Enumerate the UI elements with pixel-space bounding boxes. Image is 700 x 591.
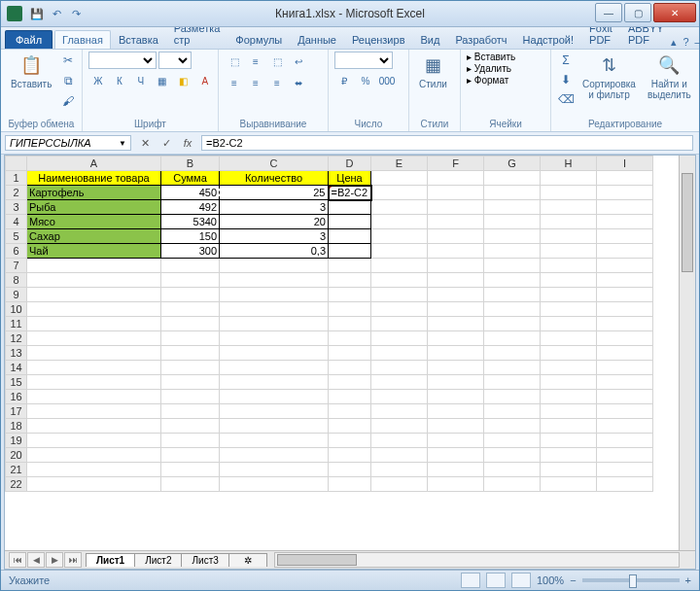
- maximize-button[interactable]: ▢: [624, 3, 651, 22]
- border-icon[interactable]: ▦: [153, 71, 172, 90]
- cell-B4[interactable]: 5340: [161, 215, 220, 229]
- cell[interactable]: [27, 404, 161, 419]
- cell[interactable]: [597, 302, 653, 317]
- cell[interactable]: [541, 273, 597, 288]
- col-C[interactable]: C: [220, 156, 329, 171]
- new-sheet-button[interactable]: ✲: [228, 553, 267, 567]
- cell[interactable]: [484, 288, 541, 302]
- cell[interactable]: [371, 302, 428, 317]
- cell-C2[interactable]: 25: [220, 186, 329, 200]
- wrap-icon[interactable]: ↩: [289, 52, 308, 71]
- ribbon-minimize-icon[interactable]: ▴: [671, 36, 677, 49]
- cell[interactable]: [220, 331, 329, 346]
- cell[interactable]: [329, 317, 371, 331]
- tab-nav-next[interactable]: ▶: [46, 552, 63, 568]
- cell[interactable]: [329, 302, 371, 317]
- cell[interactable]: [428, 200, 484, 215]
- cell[interactable]: [428, 375, 484, 390]
- cell[interactable]: [484, 434, 541, 448]
- help-icon[interactable]: ?: [682, 36, 688, 49]
- cell[interactable]: [484, 302, 541, 317]
- cell[interactable]: [371, 244, 428, 259]
- row-4[interactable]: 4: [6, 215, 27, 229]
- comma-icon[interactable]: 000: [377, 71, 397, 90]
- cell[interactable]: [484, 273, 541, 288]
- cell[interactable]: [428, 346, 484, 361]
- cell[interactable]: [541, 375, 597, 390]
- cell-A1[interactable]: Наименование товара: [27, 171, 161, 186]
- cell[interactable]: [371, 288, 428, 302]
- cell[interactable]: [541, 419, 597, 434]
- cell[interactable]: [371, 390, 428, 404]
- cell[interactable]: [220, 361, 329, 375]
- fill-icon[interactable]: ⬇: [557, 71, 575, 88]
- row-1[interactable]: 1: [6, 171, 27, 186]
- cell[interactable]: [371, 186, 428, 200]
- cell[interactable]: [484, 317, 541, 331]
- tab-view[interactable]: Вид: [412, 30, 447, 49]
- cell[interactable]: [597, 331, 653, 346]
- cut-icon[interactable]: ✂: [59, 52, 77, 69]
- cell[interactable]: [597, 317, 653, 331]
- cell[interactable]: [428, 448, 484, 463]
- cell[interactable]: [220, 317, 329, 331]
- cell[interactable]: [428, 229, 484, 244]
- cell[interactable]: [161, 477, 220, 492]
- bold-button[interactable]: Ж: [88, 71, 108, 90]
- row-22[interactable]: 22: [6, 477, 27, 492]
- autosum-icon[interactable]: Σ: [557, 52, 575, 69]
- cell[interactable]: [161, 361, 220, 375]
- name-box[interactable]: ГИПЕРССЫЛКА▼: [5, 135, 131, 151]
- cell-C6[interactable]: 0,3: [220, 244, 329, 259]
- cell[interactable]: [371, 215, 428, 229]
- row-6[interactable]: 6: [6, 244, 27, 259]
- formula-cancel-button[interactable]: ✕: [135, 133, 155, 153]
- cell-D3[interactable]: [329, 200, 371, 215]
- row-10[interactable]: 10: [6, 302, 27, 317]
- cell-D4[interactable]: [329, 215, 371, 229]
- cell[interactable]: [597, 419, 653, 434]
- row-12[interactable]: 12: [6, 331, 27, 346]
- sheet-tab-1[interactable]: Лист1: [86, 553, 135, 567]
- formula-accept-button[interactable]: ✓: [157, 133, 176, 153]
- cell[interactable]: [220, 434, 329, 448]
- cell[interactable]: [329, 463, 371, 477]
- cell[interactable]: [428, 215, 484, 229]
- cell[interactable]: [220, 419, 329, 434]
- cell[interactable]: [371, 477, 428, 492]
- cell[interactable]: [371, 331, 428, 346]
- tab-formulas[interactable]: Формулы: [228, 30, 290, 49]
- row-5[interactable]: 5: [6, 229, 27, 244]
- cell[interactable]: [541, 317, 597, 331]
- row-2[interactable]: 2: [6, 186, 27, 200]
- cells-insert[interactable]: ▸ Вставить: [467, 52, 515, 62]
- cell[interactable]: [371, 317, 428, 331]
- cell[interactable]: [27, 463, 161, 477]
- grid[interactable]: A B C D E F G H I 1 Наименование товара …: [5, 156, 695, 569]
- cell[interactable]: [484, 331, 541, 346]
- cell[interactable]: [161, 259, 220, 273]
- cell[interactable]: [428, 434, 484, 448]
- redo-icon[interactable]: ↷: [67, 5, 85, 22]
- cell[interactable]: [597, 434, 653, 448]
- cell-D5[interactable]: [329, 229, 371, 244]
- view-break-icon[interactable]: [511, 573, 531, 588]
- cell-D1[interactable]: Цена: [329, 171, 371, 186]
- cell[interactable]: [428, 331, 484, 346]
- cell[interactable]: [541, 390, 597, 404]
- cell[interactable]: [428, 259, 484, 273]
- row-7[interactable]: 7: [6, 259, 27, 273]
- cell[interactable]: [541, 186, 597, 200]
- cell[interactable]: [484, 244, 541, 259]
- select-all[interactable]: [6, 156, 27, 171]
- cell[interactable]: [541, 463, 597, 477]
- col-D[interactable]: D: [329, 156, 371, 171]
- cell[interactable]: [428, 419, 484, 434]
- tab-insert[interactable]: Вставка: [111, 30, 166, 49]
- cell[interactable]: [27, 419, 161, 434]
- cell[interactable]: [484, 361, 541, 375]
- cell-B1[interactable]: Сумма: [161, 171, 220, 186]
- zoom-thumb[interactable]: [629, 574, 637, 588]
- cell[interactable]: [597, 448, 653, 463]
- cell[interactable]: [329, 375, 371, 390]
